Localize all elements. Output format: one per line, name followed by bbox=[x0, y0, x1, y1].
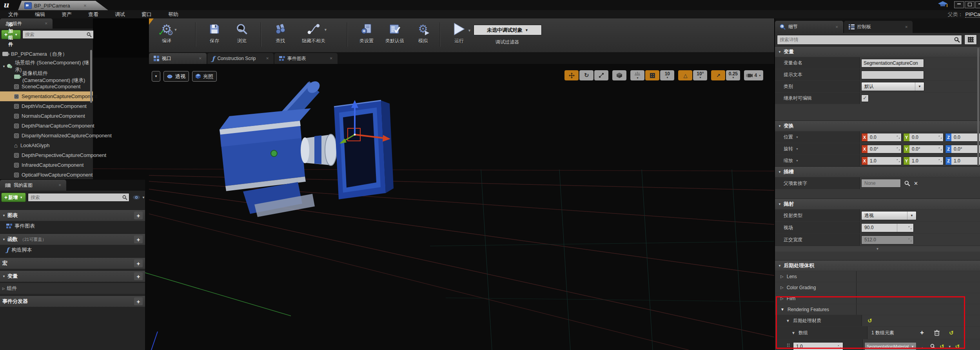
add-macro-button[interactable]: + bbox=[134, 259, 143, 267]
close-icon[interactable]: ✕ bbox=[266, 57, 269, 60]
menu-asset[interactable]: 资产 bbox=[53, 10, 80, 18]
menu-window[interactable]: 窗口 bbox=[133, 10, 160, 18]
tooltip-input[interactable] bbox=[861, 71, 924, 79]
close-icon[interactable]: ✕ bbox=[330, 57, 333, 60]
rotation-x-field[interactable]: X0.0° bbox=[861, 145, 902, 153]
expand-advanced-bar[interactable]: ▼ bbox=[775, 246, 980, 252]
add-function-button[interactable]: + bbox=[134, 235, 143, 243]
scale-x-field[interactable]: X1.0 bbox=[861, 157, 902, 165]
tab-construction-script[interactable]: ƒ Construction Scrip ✕ bbox=[207, 53, 274, 64]
fov-field[interactable]: 90.0 bbox=[861, 223, 914, 232]
tab-my-blueprint[interactable]: 我的蓝图 ✕ bbox=[0, 180, 66, 191]
projection-type-dropdown[interactable]: 透视 ▼ bbox=[861, 211, 916, 220]
perspective-button[interactable]: 透视 bbox=[163, 71, 189, 82]
document-tab[interactable]: BP_PIPCamera ✕ bbox=[18, 1, 108, 10]
menu-file[interactable]: 文件 bbox=[0, 10, 27, 18]
camera-speed-button[interactable]: 4 ▼ bbox=[744, 70, 763, 80]
rotation-snap-toggle[interactable]: △ bbox=[678, 70, 692, 80]
section-postprocess[interactable]: ▼ 后期处理体积 bbox=[775, 260, 980, 271]
use-selected-icon[interactable]: ← bbox=[920, 343, 926, 350]
my-blueprint-search[interactable] bbox=[28, 193, 129, 202]
world-space-button[interactable] bbox=[612, 70, 626, 80]
menu-debug[interactable]: 调试 bbox=[107, 10, 133, 18]
chevron-down-icon[interactable]: ▼ bbox=[948, 345, 951, 348]
section-variable[interactable]: ▼ 变量 bbox=[775, 46, 980, 57]
event-graph-item[interactable]: 事件图表 bbox=[0, 221, 145, 231]
group-color-grading[interactable]: ▷ Color Grading bbox=[775, 282, 980, 293]
add-variable-button[interactable]: + bbox=[134, 272, 143, 280]
add-dispatcher-button[interactable]: + bbox=[134, 297, 143, 305]
location-x-field[interactable]: X0.0 bbox=[861, 133, 902, 142]
scale-y-field[interactable]: Y1.0 bbox=[903, 157, 944, 165]
hide-unrelated-button[interactable]: ▼ 隐藏不相关 bbox=[295, 22, 332, 44]
component-row[interactable]: OpticalFlowCaptureComponent bbox=[0, 170, 93, 180]
grid-snap-toggle[interactable] bbox=[645, 70, 659, 80]
location-z-field[interactable]: Z0.0 bbox=[945, 133, 980, 142]
clear-icon[interactable]: ✕ bbox=[914, 180, 918, 186]
scale-snap-value[interactable]: 0.25 ▼ bbox=[726, 70, 740, 80]
parent-class-link[interactable]: PIPCa bbox=[965, 11, 980, 18]
add-component-button[interactable]: + 添加组件 ▼ bbox=[1, 30, 21, 39]
components-search[interactable] bbox=[22, 30, 94, 39]
close-icon[interactable]: ✕ bbox=[835, 25, 838, 29]
section-macros[interactable]: 宏 + bbox=[0, 257, 145, 269]
component-row[interactable]: DepthPerspectiveCaptureComponent bbox=[0, 150, 93, 160]
details-search-input[interactable] bbox=[779, 36, 954, 43]
chevron-down-icon[interactable]: ▼ bbox=[796, 148, 799, 150]
component-row[interactable]: DisparityNormalizedCaptureComponent bbox=[0, 131, 93, 140]
location-y-field[interactable]: Y0.0 bbox=[903, 133, 944, 142]
search-icon[interactable] bbox=[904, 180, 910, 186]
tab-viewport[interactable]: 视口 ✕ bbox=[149, 53, 207, 64]
scale-z-field[interactable]: Z1.0 bbox=[945, 157, 980, 165]
reset-icon[interactable]: ↺ bbox=[955, 343, 960, 350]
simulate-button[interactable]: ⚙ 模拟 bbox=[409, 22, 437, 44]
section-functions[interactable]: ▼ 函数 （21可覆盖） + bbox=[0, 233, 145, 245]
chevron-down-icon[interactable]: ▼ bbox=[796, 159, 799, 162]
category-dropdown[interactable]: 默认 ▼ bbox=[861, 82, 924, 91]
scale-snap-toggle[interactable]: ↗ bbox=[711, 70, 725, 80]
tab-event-graph[interactable]: 事件图表 ✕ bbox=[274, 53, 338, 64]
drag-handle-icon[interactable] bbox=[787, 343, 790, 350]
close-icon[interactable]: ✕ bbox=[45, 22, 48, 26]
class-settings-button[interactable]: 类设置 bbox=[353, 22, 380, 44]
section-variables[interactable]: ▼ 变量 + bbox=[0, 270, 145, 282]
rotate-tool-button[interactable]: ↻ bbox=[579, 70, 593, 80]
tab-palette[interactable]: 控制板 ✕ bbox=[844, 21, 913, 33]
component-row[interactable]: DepthVisCaptureComponent bbox=[0, 101, 93, 111]
details-search[interactable] bbox=[777, 35, 962, 45]
menu-edit[interactable]: 编辑 bbox=[27, 10, 53, 18]
menu-help[interactable]: 帮助 bbox=[160, 10, 187, 18]
reset-icon[interactable]: ↺ bbox=[867, 317, 872, 324]
menu-view[interactable]: 查看 bbox=[80, 10, 107, 18]
element-material-dropdown[interactable]: SegmentationMaterial ▼ bbox=[864, 342, 916, 350]
section-transform[interactable]: ▼ 变换 bbox=[775, 120, 980, 131]
tree-expand-icon[interactable]: ▼ bbox=[786, 319, 790, 323]
section-projection[interactable]: ▼ 抛射 bbox=[775, 199, 980, 209]
move-tool-button[interactable] bbox=[564, 70, 579, 80]
my-blueprint-search-input[interactable] bbox=[30, 194, 122, 201]
tree-expand-icon[interactable]: ▼ bbox=[791, 331, 795, 335]
property-matrix-button[interactable] bbox=[964, 35, 977, 45]
components-search-input[interactable] bbox=[24, 31, 87, 38]
section-graphs[interactable]: ▼ 图表 + bbox=[0, 210, 145, 221]
save-button[interactable]: 保存 bbox=[201, 22, 228, 44]
class-defaults-button[interactable]: 类默认值 bbox=[381, 22, 408, 44]
component-row[interactable]: DepthPlanarCaptureComponent bbox=[0, 121, 93, 131]
find-button[interactable]: 查找 bbox=[267, 22, 294, 44]
element-weight-field[interactable]: 1.0 bbox=[793, 342, 843, 350]
close-button[interactable] bbox=[975, 1, 980, 8]
trash-icon[interactable] bbox=[934, 330, 940, 336]
section-event-dispatchers[interactable]: 事件分发器 + bbox=[0, 295, 145, 307]
browse-button[interactable]: 浏览 bbox=[228, 22, 256, 44]
construction-script-item[interactable]: ƒ 构造脚本 bbox=[0, 245, 145, 255]
visibility-filter-button[interactable]: ▼ bbox=[132, 195, 145, 200]
add-graph-button[interactable]: + bbox=[134, 211, 143, 219]
add-new-button[interactable]: + 新增 ▼ bbox=[1, 193, 26, 202]
tab-close-icon[interactable]: ✕ bbox=[83, 4, 87, 8]
component-row[interactable]: NormalsCaptureComponent bbox=[0, 111, 93, 121]
chevron-down-icon[interactable]: ▼ bbox=[796, 136, 799, 139]
reset-icon[interactable]: ↺ bbox=[949, 330, 954, 336]
details-scrollbar[interactable] bbox=[977, 48, 979, 166]
compile-button[interactable]: ⚙⚙✓ ▼ 编译 bbox=[153, 22, 180, 44]
reset-icon[interactable]: ↺ bbox=[940, 343, 944, 350]
